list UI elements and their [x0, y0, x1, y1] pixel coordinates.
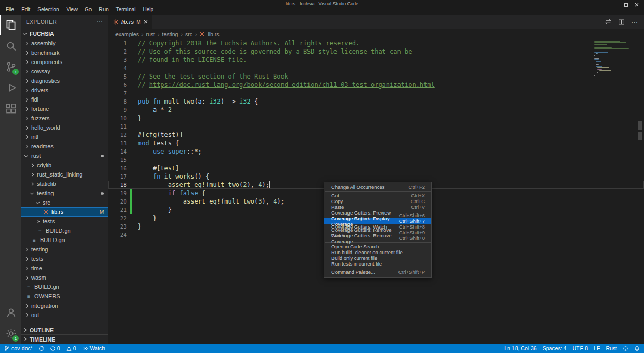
code-line-1[interactable]: 1// Copyright 2018 The Fuchsia Authors. …	[108, 39, 644, 47]
explorer-icon[interactable]	[0, 15, 21, 35]
status-encoding[interactable]: UTF-8	[572, 345, 588, 351]
tree-item-intl[interactable]: intl	[21, 132, 108, 142]
menu-view[interactable]: View	[63, 6, 82, 13]
code-line-10[interactable]: 10}	[108, 114, 644, 122]
code-line-14[interactable]: 14 use super::*;	[108, 147, 644, 156]
status-cursor-position[interactable]: Ln 18, Col 36	[504, 345, 536, 351]
tree-item-rust-static-linking[interactable]: rust_static_linking	[21, 170, 108, 179]
code-line-11[interactable]: 11	[108, 122, 644, 131]
line-number[interactable]: 15	[108, 157, 127, 163]
line-number[interactable]: 7	[108, 90, 127, 97]
tree-item-fuzzers[interactable]: fuzzers	[21, 114, 108, 123]
tree-item-drivers[interactable]: drivers	[21, 85, 108, 95]
line-number[interactable]: 8	[108, 98, 127, 105]
code-line-5[interactable]: 5// See the test section of the Rust Boo…	[108, 72, 644, 81]
maximize-icon[interactable]	[624, 3, 628, 7]
menu-item-paste[interactable]: PasteCtrl+V	[324, 204, 431, 210]
menu-go[interactable]: Go	[81, 6, 95, 13]
menu-item-change-all-occurrences[interactable]: Change All OccurrencesCtrl+F2	[324, 184, 431, 190]
split-editor-icon[interactable]	[618, 19, 625, 26]
minimap[interactable]	[594, 39, 637, 78]
accounts-icon[interactable]	[0, 302, 21, 323]
menu-help[interactable]: Help	[139, 6, 158, 13]
code-line-7[interactable]: 7	[108, 89, 644, 97]
status-warnings[interactable]: 0	[66, 345, 76, 351]
code-line-13[interactable]: 13mod tests {	[108, 139, 644, 147]
tree-item-build-gn[interactable]: ≡BUILD.gn	[21, 282, 108, 292]
tree-item-rust[interactable]: rust	[21, 151, 108, 160]
line-number[interactable]: 18	[108, 182, 127, 188]
code-line-9[interactable]: 9 a * 2	[108, 106, 644, 114]
tree-item-staticlib[interactable]: staticlib	[21, 179, 108, 188]
tree-item-testing[interactable]: testing	[21, 245, 108, 254]
run-debug-icon[interactable]	[0, 77, 21, 98]
tree-item-diagnostics[interactable]: diagnostics	[21, 76, 108, 85]
code-line-12[interactable]: 12#[cfg(test)]	[108, 131, 644, 139]
menu-item-coverage-gutters-remove-coverage[interactable]: Coverage Gutters: Remove CoverageCtrl+Sh…	[324, 235, 431, 241]
settings-gear-icon[interactable]: 1	[0, 323, 21, 344]
tree-item-integration[interactable]: integration	[21, 301, 108, 310]
menu-item-build-only-current-file[interactable]: Build only current file	[324, 255, 431, 261]
menu-terminal[interactable]: Terminal	[112, 6, 139, 13]
tree-item-fortune[interactable]: fortune	[21, 104, 108, 114]
menu-file[interactable]: File	[2, 6, 18, 13]
open-changes-icon[interactable]	[604, 18, 612, 26]
status-feedback[interactable]	[623, 346, 628, 351]
menu-run[interactable]: Run	[95, 6, 112, 13]
line-number[interactable]: 24	[108, 232, 127, 238]
line-number[interactable]: 21	[108, 207, 127, 213]
line-number[interactable]: 2	[108, 48, 127, 55]
tree-item-time[interactable]: time	[21, 263, 108, 273]
status-errors[interactable]: 0	[50, 345, 60, 351]
breadcrumb-src[interactable]: src	[185, 31, 192, 37]
status-git-branch[interactable]: cov-doc*	[4, 345, 33, 351]
source-control-icon[interactable]: 1	[0, 56, 21, 77]
search-icon[interactable]	[0, 35, 21, 56]
tree-item-wasm[interactable]: wasm	[21, 273, 108, 282]
status-eol[interactable]: LF	[594, 345, 600, 351]
extensions-icon[interactable]	[0, 98, 21, 119]
code-line-15[interactable]: 15	[108, 156, 644, 164]
tree-item-cowsay[interactable]: cowsay	[21, 67, 108, 76]
minimize-icon[interactable]	[613, 5, 617, 5]
line-number[interactable]: 14	[108, 148, 127, 155]
status-sync[interactable]	[38, 346, 44, 351]
line-number[interactable]: 1	[108, 40, 127, 47]
close-tab-icon[interactable]	[144, 20, 148, 24]
tree-item-tests[interactable]: tests	[21, 254, 108, 263]
tree-item-owners[interactable]: ≡OWNERS	[21, 292, 108, 301]
breadcrumb-examples[interactable]: examples	[115, 31, 139, 37]
line-number[interactable]: 5	[108, 73, 127, 80]
tree-item-assembly[interactable]: assembly	[21, 39, 108, 48]
tree-item-lib-rs[interactable]: lib.rsM	[21, 207, 108, 217]
status-notifications[interactable]	[634, 346, 640, 351]
menu-selection[interactable]: Selection	[34, 6, 62, 13]
line-number[interactable]: 16	[108, 165, 127, 172]
line-number[interactable]: 6	[108, 82, 127, 89]
tree-item-readmes[interactable]: readmes	[21, 142, 108, 151]
menu-item-open-in-code-search[interactable]: Open in Code Search	[324, 244, 431, 249]
workspace-section-header[interactable]: FUCHSIA	[21, 29, 108, 39]
line-number[interactable]: 19	[108, 190, 127, 197]
menu-item-command-palette[interactable]: Command Palette...Ctrl+Shift+P	[324, 269, 431, 275]
code-line-8[interactable]: 8pub fn mult_two(a: i32) -> i32 {	[108, 97, 644, 106]
tree-item-build-gn[interactable]: ≡BUILD.gn	[21, 235, 108, 245]
code-line-16[interactable]: 16 #[test]	[108, 164, 644, 172]
code-line-2[interactable]: 2// Use of this source code is governed …	[108, 47, 644, 56]
line-number[interactable]: 10	[108, 115, 127, 122]
breadcrumb-rust[interactable]: rust	[146, 31, 155, 37]
line-number[interactable]: 23	[108, 223, 127, 230]
status-language-mode[interactable]: Rust	[606, 345, 617, 351]
tree-item-components[interactable]: components	[21, 57, 108, 67]
line-number[interactable]: 9	[108, 107, 127, 114]
tree-item-out[interactable]: out	[21, 310, 108, 320]
tree-item-tests[interactable]: tests	[21, 217, 108, 226]
outline-section[interactable]: OUTLINE	[21, 325, 108, 334]
menu-item-coverage-gutters-display-coverage[interactable]: Coverage Gutters: Display CoverageCtrl+S…	[324, 218, 431, 224]
tree-item-hello-world[interactable]: hello_world	[21, 123, 108, 132]
code-line-6[interactable]: 6// https://doc.rust-lang.org/book/secon…	[108, 81, 644, 89]
tree-item-build-gn[interactable]: ≡BUILD.gn	[21, 226, 108, 235]
editor-more-actions-icon[interactable]: ⋯	[631, 18, 638, 26]
breadcrumb-lib-rs[interactable]: lib.rs	[208, 31, 219, 37]
line-number[interactable]: 20	[108, 198, 127, 205]
